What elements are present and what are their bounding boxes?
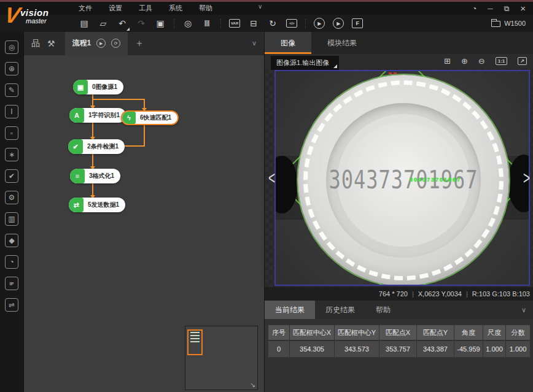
- node-send-data[interactable]: ⇄ 5发送数据1: [69, 198, 125, 212]
- undo-icon[interactable]: ↶: [117, 17, 128, 29]
- data-exchange-icon[interactable]: ⇌: [5, 298, 18, 312]
- camera-icon[interactable]: ◎: [182, 17, 193, 29]
- fast-match-icon: ϟ: [122, 112, 136, 124]
- flow-connector: [92, 183, 93, 195]
- minimap-resize-icon[interactable]: ↘: [250, 381, 255, 389]
- char-recognition-icon: A: [69, 108, 84, 123]
- zoom-in-icon[interactable]: ⊕: [461, 56, 468, 66]
- pixel-rgb: R:103 G:103 B:103: [472, 290, 530, 298]
- run-continuous-icon[interactable]: ▶: [333, 18, 344, 29]
- image-settings-icon[interactable]: ⚙: [5, 191, 18, 204]
- wrench-icon[interactable]: ⚒: [47, 39, 55, 48]
- flow-minimap[interactable]: ↘: [185, 326, 258, 390]
- position-target-icon[interactable]: ⊕: [5, 62, 18, 75]
- node-fast-match[interactable]: ϟ 6快速匹配1: [121, 110, 179, 125]
- logo-v-mark: V: [3, 4, 22, 27]
- tab-help[interactable]: 帮助: [365, 301, 401, 319]
- image-edit-icon[interactable]: ✎: [5, 83, 18, 97]
- flow-tab[interactable]: 流程1 ▶ ⟳: [65, 32, 128, 55]
- color-fill-icon[interactable]: ◆: [5, 234, 18, 247]
- fit-screen-icon[interactable]: ↗: [518, 57, 527, 65]
- flow-run-icon[interactable]: ▶: [96, 39, 106, 48]
- folder-icon: [491, 21, 500, 27]
- module-list-icon[interactable]: Ⅲ: [201, 17, 212, 29]
- logic-calc-icon[interactable]: ✔: [5, 169, 18, 183]
- save-locked-icon[interactable]: ▣: [155, 17, 166, 29]
- performance-monitor-icon[interactable]: ◔: [472, 4, 477, 13]
- flow-canvas[interactable]: ▣ 0图像源1 A 1字符识别1 ϟ 6快速匹配1 ✔ 2条件检测1 ≡ 3格式…: [24, 55, 264, 392]
- workspace-label: W1500: [504, 20, 526, 27]
- run-once-icon[interactable]: ▶: [314, 18, 325, 29]
- chevron-down-icon[interactable]: ∨: [521, 306, 526, 314]
- camera-timer-icon[interactable]: ◔: [5, 255, 18, 269]
- menu-tools[interactable]: 工具: [139, 4, 152, 13]
- flow-run-loop-icon[interactable]: ⟳: [111, 39, 120, 48]
- prev-image-icon[interactable]: <: [268, 167, 275, 188]
- minimap-viewport[interactable]: [187, 329, 203, 355]
- bottle-cap: 304373701967: [298, 75, 509, 286]
- menu-help[interactable]: 帮助: [199, 4, 212, 13]
- add-flow-icon[interactable]: +: [136, 38, 142, 49]
- tab-image[interactable]: 图像: [265, 32, 311, 54]
- histogram-icon[interactable]: ▥: [5, 212, 18, 226]
- image-status-bar: 764 * 720 | X,0623 Y,0034 | R:103 G:103 …: [265, 287, 533, 301]
- variables-icon[interactable]: VAR: [229, 19, 240, 28]
- app-logo: V vision master: [5, 4, 76, 31]
- chevron-down-icon[interactable]: ∨: [258, 3, 262, 10]
- menu-system[interactable]: 系统: [169, 4, 182, 13]
- image-viewport[interactable]: 304373701967 304373701967 < >: [265, 69, 533, 287]
- chevron-down-icon[interactable]: ∨: [252, 39, 257, 47]
- workspace-selector[interactable]: W1500: [491, 15, 526, 32]
- open-icon[interactable]: ▱: [98, 17, 109, 29]
- save-icon[interactable]: ▤: [79, 17, 90, 29]
- node-format[interactable]: ≡ 3格式化1: [70, 169, 120, 183]
- pan-icon[interactable]: ⊞: [444, 56, 451, 66]
- node-char-recognition[interactable]: A 1字符识别1: [69, 108, 126, 123]
- tab-current-result[interactable]: 当前结果: [265, 301, 315, 319]
- node-image-source[interactable]: ▣ 0图像源1: [73, 80, 123, 94]
- communication-icon[interactable]: ↻: [267, 17, 278, 29]
- function-icon[interactable]: F: [352, 18, 363, 28]
- condition-if-icon[interactable]: IF: [5, 277, 18, 290]
- text-recognition-icon[interactable]: I: [5, 105, 18, 118]
- condition-check-icon: ✔: [68, 139, 83, 154]
- measure-chart-icon[interactable]: ∗: [5, 148, 18, 161]
- send-data-icon: ⇄: [69, 198, 84, 212]
- result-panel: 图像 模块结果 图像源1.输出图像 ⊞ ⊕ ⊖ 1:1 ↗: [264, 32, 533, 392]
- toolbar-separator: [220, 19, 221, 28]
- next-image-icon[interactable]: >: [523, 167, 530, 188]
- image-source-select[interactable]: 图像源1.输出图像: [271, 56, 339, 70]
- zoom-out-icon[interactable]: ⊖: [478, 56, 485, 66]
- table-row[interactable]: 0 354.305 343.573 353.757 343.387 -45.95…: [268, 341, 530, 357]
- script-icon[interactable]: </>: [286, 19, 297, 28]
- close-button[interactable]: ×: [520, 3, 526, 13]
- panel-icon[interactable]: ⊟: [248, 17, 259, 29]
- redo-icon[interactable]: ↷: [136, 17, 147, 29]
- actual-size-icon[interactable]: 1:1: [496, 57, 508, 65]
- node-condition-check[interactable]: ✔ 2条件检测1: [68, 139, 125, 154]
- flow-tab-label: 流程1: [72, 38, 91, 48]
- camera-source-icon[interactable]: ◎: [5, 40, 18, 54]
- menu-bar: 文件 设置 工具 系统 帮助: [79, 2, 212, 15]
- viewer-toolbar: 图像源1.输出图像 ⊞ ⊕ ⊖ 1:1 ↗: [265, 54, 533, 69]
- toolbar-separator: [305, 19, 306, 28]
- table-header: 序号 匹配框中心X 匹配框中心Y 匹配点X 匹配点Y 角度 尺度 分数: [268, 325, 530, 340]
- flow-connector: [144, 99, 145, 108]
- logo-line1: vision: [20, 8, 49, 18]
- minimize-button[interactable]: ─: [488, 4, 493, 13]
- format-icon: ≡: [70, 169, 85, 183]
- flow-header: 品 ⚒ 流程1 ▶ ⟳ + ∨: [24, 32, 264, 55]
- recognition-overlay: 304373701967: [410, 177, 461, 183]
- flow-connector: [92, 94, 93, 106]
- menu-settings[interactable]: 设置: [109, 4, 122, 13]
- flow-connector: [92, 123, 93, 137]
- logo-line2: master: [26, 18, 49, 25]
- flow-list-icon[interactable]: 品: [31, 38, 40, 49]
- tab-module-result[interactable]: 模块结果: [311, 32, 373, 54]
- main-toolbar: ▤ ▱ ↶ ↷ ▣ ◎ Ⅲ VAR ⊟ ↻ </> ▶ ▶ F W1500: [0, 15, 533, 32]
- restore-button[interactable]: ⧉: [504, 4, 510, 13]
- tool-sidebar: ◎ ⊕ ✎ I ▫ ∗ ✔ ⚙ ▥ ◆ ◔ IF ⇌: [0, 32, 23, 392]
- locate-frame-icon[interactable]: ▫: [5, 126, 18, 140]
- menu-file[interactable]: 文件: [79, 4, 92, 13]
- tab-history-result[interactable]: 历史结果: [315, 301, 365, 319]
